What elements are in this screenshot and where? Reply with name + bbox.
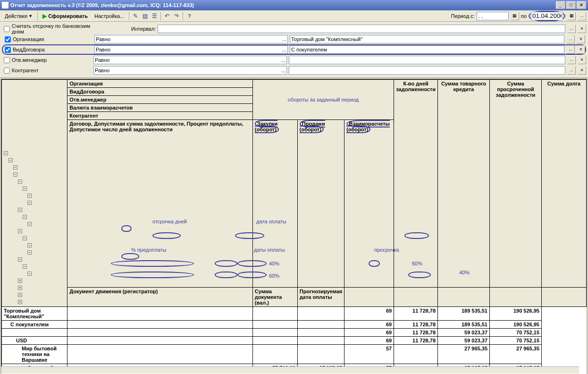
col-settle: Взаиморасчеты (оборот) (344, 120, 394, 288)
tree-toggle[interactable]: + (18, 293, 22, 297)
table-row[interactable]: USD6911 728,7859 023,3770 752,15 (2, 337, 587, 345)
col-overdue: Сумма просроченной задолженности (490, 80, 542, 288)
help-button[interactable]: ? (185, 11, 193, 21)
report-table: −−−−−−−−−−−−−−−−−−++++ Организация оборо… (1, 79, 587, 374)
window-title: Отчет задолженность v.3 (©Z 2009, zlenko… (10, 2, 194, 8)
period-from-input[interactable] (477, 12, 509, 20)
tree-toggle[interactable]: − (18, 229, 22, 233)
tree-toggle[interactable]: − (13, 172, 17, 177)
col-credit: Сумма товарного кредита (438, 80, 490, 288)
contragent-select[interactable]: ... (567, 66, 576, 75)
tree-toggle[interactable]: − (27, 250, 32, 255)
close-button[interactable]: × (577, 1, 586, 9)
filter-panel: Считать отсрочку по банковским дням Инте… (0, 22, 588, 78)
col-contract-type: ВидДоговора (67, 88, 253, 96)
col-purch: Закупки (оборот) (252, 120, 297, 288)
tool-icon-2[interactable]: ▤ (141, 12, 149, 20)
actions-menu[interactable]: Действия▼ (2, 11, 35, 21)
tree-toggle[interactable]: − (27, 272, 32, 276)
manager-clear[interactable]: × (578, 56, 586, 64)
tree-toggle[interactable]: − (23, 236, 27, 240)
tree-toggle[interactable]: + (18, 279, 22, 283)
period-select-button[interactable]: ... (578, 12, 586, 20)
col-currency: Валюта взаиморасчетов (67, 104, 253, 112)
minimize-button[interactable]: _ (556, 1, 565, 9)
col-sales: Продажи (оборот) (297, 120, 344, 288)
tool-icon-3[interactable]: ☰ (150, 12, 159, 20)
tool-icon-4[interactable]: ↶ (163, 12, 171, 20)
col-contract: Договор, Допустимая сумма задолженности,… (67, 120, 253, 288)
tool-icon-5[interactable]: ↷ (172, 12, 181, 20)
col-org: Организация (67, 80, 253, 88)
tool-icon-1[interactable]: ✎ (131, 12, 140, 20)
col-contragent: Контрагент (67, 112, 253, 120)
report-area: −−−−−−−−−−−−−−−−−−++++ Организация оборо… (1, 79, 587, 374)
settings-button[interactable]: Настройка... (92, 11, 127, 21)
tree-column[interactable]: −−−−−−−−−−−−−−−−−−++++ (2, 80, 67, 307)
tree-toggle[interactable]: − (23, 264, 27, 269)
tree-toggle[interactable]: + (18, 300, 22, 304)
contragent-check[interactable]: Контрагент (2, 68, 92, 74)
tree-toggle[interactable]: − (18, 179, 22, 184)
contract-type-op[interactable]: Равно... (94, 45, 288, 54)
contract-type-select[interactable]: ... (566, 45, 575, 54)
maximize-button[interactable]: □ (566, 1, 576, 9)
col-days: К-во дней задолженности (394, 80, 438, 288)
interval-label: Интервал: (131, 26, 156, 32)
manager-op[interactable]: Равно... (93, 56, 287, 64)
org-op[interactable]: Равно... (94, 35, 288, 43)
org-val[interactable]: Торговый дом "Комплексный" (290, 35, 564, 43)
horizontal-scrollbar[interactable] (1, 366, 580, 374)
col-doc: Документ движения (регистратор) (67, 288, 253, 307)
contract-type-check[interactable]: ВидДоговора (3, 47, 92, 53)
manager-check[interactable]: Отв.менеджер (2, 57, 92, 63)
contragent-val[interactable] (289, 66, 565, 75)
org-clear[interactable]: × (577, 35, 585, 43)
interval-select[interactable]: ... (567, 25, 576, 33)
table-row[interactable]: С покупателем6911 728,78189 535,51190 52… (2, 321, 587, 329)
tree-toggle[interactable]: − (8, 158, 13, 162)
run-button[interactable]: ▶ Сформировать (40, 11, 91, 21)
manager-select[interactable]: ... (567, 56, 576, 64)
table-row[interactable]: 6911 728,7859 023,3770 752,15 (2, 329, 587, 337)
tree-toggle[interactable]: − (4, 151, 8, 155)
calendar-to-button[interactable]: ▦ (567, 12, 576, 20)
contract-type-clear[interactable]: × (577, 45, 585, 54)
tree-toggle[interactable]: + (18, 286, 22, 290)
tree-toggle[interactable]: − (13, 165, 17, 170)
turnover-header: обороты за заданный период (252, 80, 394, 120)
manager-val[interactable] (289, 56, 565, 64)
tree-toggle[interactable]: − (27, 201, 32, 205)
period-from-label: Период с: (451, 13, 475, 19)
col-docsum: Сумма документа (вал.) (252, 288, 297, 307)
period-to-label: по (521, 13, 527, 19)
interval-input[interactable] (158, 25, 565, 33)
interval-clear[interactable]: × (578, 25, 586, 33)
col-manager: Отв.менеджер (67, 96, 253, 104)
tree-toggle[interactable]: − (18, 257, 22, 262)
main-toolbar: Действия▼ ▶ Сформировать Настройка... ✎ … (0, 10, 588, 22)
window-titlebar: Отчет задолженность v.3 (©Z 2009, zlenko… (0, 0, 588, 10)
app-icon (2, 2, 8, 8)
contragent-clear[interactable]: × (578, 66, 586, 75)
tree-toggle[interactable]: − (27, 194, 32, 198)
col-debt: Сумма долга (542, 80, 587, 288)
org-select[interactable]: ... (566, 35, 575, 43)
tree-toggle[interactable]: − (23, 187, 27, 191)
tree-toggle[interactable]: − (23, 215, 27, 219)
table-row[interactable]: Торговый дом "Комплексный"6911 728,78189… (2, 307, 587, 321)
period-to-input[interactable] (531, 12, 563, 20)
col-paydate: Прогнозируемая дата оплаты (297, 288, 344, 307)
contragent-op[interactable]: Равно... (93, 66, 287, 75)
play-icon: ▶ (42, 13, 47, 19)
tree-toggle[interactable]: − (27, 222, 32, 226)
tree-toggle[interactable]: − (18, 208, 22, 212)
tree-toggle[interactable]: − (27, 243, 32, 247)
calendar-from-button[interactable]: ▦ (511, 12, 519, 20)
org-check[interactable]: Организация (3, 36, 92, 42)
contract-type-val[interactable]: С покупателем (290, 45, 564, 54)
bank-days-check[interactable]: Считать отсрочку по банковским дням (2, 23, 92, 34)
table-row[interactable]: Мир бытовой техники на Варшавке5727 965,… (2, 345, 587, 364)
